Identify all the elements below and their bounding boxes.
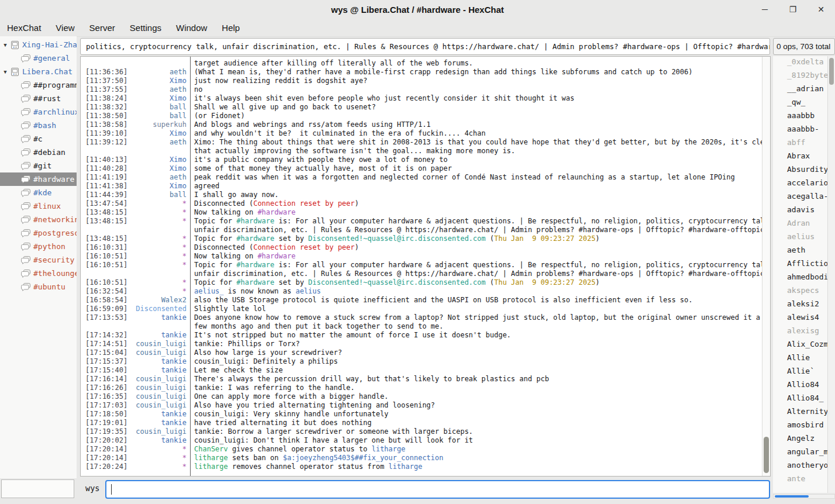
user-list-item[interactable]: ante bbox=[773, 474, 835, 488]
user-list-item[interactable]: akspecs bbox=[773, 286, 835, 299]
message-text: There's always the percussion drill way,… bbox=[191, 375, 762, 384]
sidebar-item-linux[interactable]: #linux bbox=[0, 199, 77, 213]
user-list-item[interactable]: _0xdelta bbox=[773, 57, 835, 71]
chat-line: [13:48:15]*Topic for #hardware is: For a… bbox=[81, 217, 762, 226]
sidebar-item-rust[interactable]: ##rust bbox=[0, 92, 77, 105]
chat-scrollbar-thumb[interactable] bbox=[764, 437, 769, 473]
user-list-item[interactable]: aaabbb- bbox=[773, 125, 835, 138]
user-list-scrollbar[interactable] bbox=[827, 56, 835, 493]
nick: Ximo bbox=[130, 164, 191, 173]
timestamp: [13:47:54] bbox=[81, 199, 130, 208]
message-text: Disconnected (Connection reset by peer) bbox=[191, 243, 762, 252]
menu-hexchat[interactable]: HexChat bbox=[7, 23, 41, 33]
user-list-item[interactable]: aelius bbox=[773, 232, 835, 246]
message-text: no bbox=[191, 85, 762, 94]
user-list-item[interactable]: ahmedbodi bbox=[773, 272, 835, 286]
sidebar-item-xing-hai-zhan[interactable]: ▼Xing-Hai-Zhan bbox=[0, 38, 77, 51]
user-list-item[interactable]: aaabbb bbox=[773, 111, 835, 125]
user-list-item[interactable]: alexisg bbox=[773, 326, 835, 340]
sidebar-item-general[interactable]: #general bbox=[0, 51, 77, 65]
user-list-item[interactable]: Abrax bbox=[773, 151, 835, 165]
sidebar-item-label: Libera.Chat bbox=[22, 67, 73, 76]
timestamp: [16:59:09] bbox=[81, 305, 130, 313]
minimize-icon[interactable]: ─ bbox=[760, 5, 770, 14]
chat-line: [16:10:31]*Disconnected (Connection rese… bbox=[81, 243, 762, 252]
sidebar-item-label: #postgresql bbox=[33, 229, 77, 237]
sidebar-item-postgresql[interactable]: #postgresql bbox=[0, 226, 77, 240]
menu-view[interactable]: View bbox=[56, 23, 74, 33]
user-list-item[interactable]: acegalla- bbox=[773, 192, 835, 205]
sidebar-item-label: #hardware bbox=[33, 175, 74, 184]
user-list-item[interactable]: __adrian bbox=[773, 84, 835, 98]
user-list-scrollbar-thumb[interactable] bbox=[829, 58, 834, 85]
user-list-item[interactable]: Allie` bbox=[773, 367, 835, 380]
title-bar[interactable]: wys @ Libera.Chat / #hardware - HexChat … bbox=[0, 0, 835, 19]
user-list-hscrollbar-thumb[interactable] bbox=[775, 495, 809, 498]
menu-bar: HexChatViewServerSettingsWindowHelp bbox=[0, 19, 835, 37]
user-list-hscrollbar[interactable] bbox=[773, 494, 835, 499]
message-text: unfair discrimination, etc. | Rules & Re… bbox=[191, 226, 762, 234]
text-caret bbox=[111, 484, 112, 495]
channel-icon bbox=[21, 122, 30, 130]
user-list-item[interactable]: alewis4 bbox=[773, 313, 835, 326]
chat-area[interactable]: target audience after killing off litera… bbox=[80, 56, 771, 477]
chat-line: [11:39:12]aethXimo: The thing about thin… bbox=[81, 138, 762, 147]
maximize-icon[interactable]: ❐ bbox=[788, 5, 798, 14]
menu-server[interactable]: Server bbox=[89, 23, 115, 33]
nick: superkuh bbox=[130, 120, 191, 129]
user-list-item[interactable]: Allio84 bbox=[773, 380, 835, 393]
menu-settings[interactable]: Settings bbox=[130, 23, 161, 33]
sidebar-item-libera-chat[interactable]: ▼Libera.Chat bbox=[0, 65, 77, 78]
user-list-item[interactable]: amosbird bbox=[773, 420, 835, 434]
user-list-item[interactable]: Allie bbox=[773, 353, 835, 367]
user-list-item[interactable]: Angelz bbox=[773, 434, 835, 447]
topic-input[interactable]: politics, cryptocurrency talk, unfair di… bbox=[80, 38, 770, 55]
sidebar-item-networking[interactable]: #networking bbox=[0, 213, 77, 226]
user-list-item[interactable]: Afflictio bbox=[773, 259, 835, 272]
sidebar-item-debian[interactable]: #debian bbox=[0, 146, 77, 159]
user-list-item[interactable]: aeth bbox=[773, 246, 835, 259]
user-list-item[interactable]: Alix_Cozm bbox=[773, 340, 835, 353]
user-list-item[interactable]: _qw_ bbox=[773, 98, 835, 111]
user-list-item[interactable]: Adran bbox=[773, 219, 835, 232]
menu-window[interactable]: Window bbox=[176, 23, 207, 33]
timestamp: [11:39:12] bbox=[81, 138, 130, 147]
timestamp: [16:10:51] bbox=[81, 261, 130, 270]
timestamp: [11:38:24] bbox=[81, 94, 130, 103]
message-text: Does anyone know how to remove a stuck s… bbox=[191, 313, 762, 322]
user-list-item[interactable]: aleksi2 bbox=[773, 299, 835, 313]
user-list-item[interactable]: Allio84_ bbox=[773, 393, 835, 407]
sidebar-item-git[interactable]: #git bbox=[0, 159, 77, 172]
user-list-item[interactable]: adavis bbox=[773, 205, 835, 219]
message-text: that actually improving the software isn… bbox=[191, 147, 762, 156]
nick: * bbox=[130, 252, 191, 261]
message-input[interactable] bbox=[105, 480, 770, 499]
sidebar-item-c[interactable]: #c bbox=[0, 132, 77, 146]
chat-line: that actually improving the software isn… bbox=[81, 147, 762, 156]
user-list-item[interactable]: abff bbox=[773, 138, 835, 151]
sidebar-item-python[interactable]: #python bbox=[0, 240, 77, 253]
chat-scrollbar[interactable] bbox=[762, 57, 770, 476]
menu-help[interactable]: Help bbox=[222, 23, 240, 33]
user-list-item[interactable]: _8192byte bbox=[773, 71, 835, 84]
sidebar-item-kde[interactable]: #kde bbox=[0, 186, 77, 199]
sidebar-item-label: #debian bbox=[33, 148, 65, 157]
user-list-item[interactable]: Alternity bbox=[773, 407, 835, 420]
user-list-item[interactable]: accelario bbox=[773, 178, 835, 192]
sidebar-item-security[interactable]: #security bbox=[0, 253, 77, 267]
close-icon[interactable]: ✕ bbox=[816, 5, 826, 14]
expander-icon[interactable]: ▼ bbox=[2, 42, 9, 48]
user-list-item[interactable]: anotheryo bbox=[773, 461, 835, 474]
sidebar-item-hardware[interactable]: #hardware bbox=[0, 172, 77, 186]
user-list-item[interactable]: angular_m bbox=[773, 447, 835, 461]
chat-line: [16:10:51]*Now talking on #hardware bbox=[81, 252, 762, 261]
sidebar-item-thelounge[interactable]: #thelounge bbox=[0, 267, 77, 280]
sidebar-item-programming[interactable]: ##programming bbox=[0, 78, 77, 92]
user-list-item[interactable]: Absurdity bbox=[773, 165, 835, 178]
sidebar-item-ubuntu[interactable]: #ubuntu bbox=[0, 280, 77, 294]
chat-line: [17:14:32]tankieIt's not stripped but no… bbox=[81, 331, 762, 340]
expander-icon[interactable]: ▼ bbox=[2, 69, 9, 75]
channel-tree: ▼Xing-Hai-Zhan#general▼Libera.Chat##prog… bbox=[0, 36, 77, 478]
sidebar-item-bash[interactable]: #bash bbox=[0, 119, 77, 132]
sidebar-item-archlinux[interactable]: #archlinux bbox=[0, 105, 77, 119]
